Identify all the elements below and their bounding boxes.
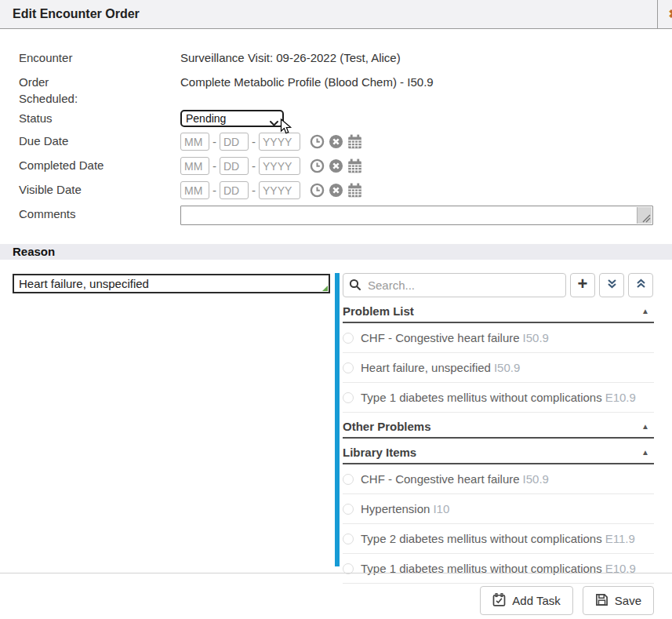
date-separator: - xyxy=(212,135,216,148)
item-code: I50.9 xyxy=(523,472,549,486)
group-title: Library Items xyxy=(343,446,416,459)
reason-text-input[interactable]: Heart failure, unspecified xyxy=(13,274,330,293)
due-date-day-input[interactable] xyxy=(220,133,249,151)
radio-button[interactable] xyxy=(343,504,354,515)
item-label: CHF - Congestive heart failureI50.9 xyxy=(361,472,549,486)
comments-label: Comments xyxy=(19,206,180,220)
status-select[interactable]: Pending xyxy=(180,110,284,127)
completed-date-year-input[interactable] xyxy=(259,157,300,175)
completed-date-month-input[interactable] xyxy=(180,157,209,175)
save-label: Save xyxy=(615,594,641,607)
visible-date-year-input[interactable] xyxy=(259,181,300,199)
item-code: I50.9 xyxy=(523,331,549,344)
scheduled-label: Scheduled: xyxy=(19,90,180,105)
clear-date-icon[interactable] xyxy=(329,158,343,173)
radio-button[interactable] xyxy=(343,333,354,344)
reason-picker-pane: + Problem List ▲ CHF - Congestive heart … xyxy=(343,273,654,584)
due-date-label: Due Date xyxy=(19,133,180,147)
comments-row: Comments xyxy=(19,206,653,225)
visible-date-day-input[interactable] xyxy=(220,181,249,199)
collapse-all-button[interactable] xyxy=(628,273,653,297)
visible-date-label: Visible Date xyxy=(19,181,180,196)
order-form: Encounter Surveillance Visit: 09-26-2022… xyxy=(0,30,672,225)
footer: Add Task Save xyxy=(480,586,654,615)
collapse-arrow-icon: ▲ xyxy=(641,307,652,315)
close-icon: ✖ xyxy=(668,7,672,21)
encounter-row: Encounter Surveillance Visit: 09-26-2022… xyxy=(19,49,653,64)
group-title: Problem List xyxy=(343,304,414,318)
group-header-library-items[interactable]: Library Items ▲ xyxy=(343,439,654,464)
item-label: Type 1 diabetes mellitus without complic… xyxy=(361,391,636,404)
add-task-button[interactable]: Add Task xyxy=(480,586,572,615)
completed-date-label: Completed Date xyxy=(19,157,180,172)
calendar-check-icon xyxy=(492,593,506,609)
save-icon xyxy=(595,593,608,609)
list-item[interactable]: Type 2 diabetes mellitus without complic… xyxy=(343,524,654,554)
time-icon[interactable] xyxy=(310,134,325,149)
item-code: I10 xyxy=(433,502,449,515)
list-item[interactable]: CHF - Congestive heart failureI50.9 xyxy=(343,464,654,494)
radio-button[interactable] xyxy=(343,392,354,403)
scheduled-row: Scheduled: xyxy=(19,90,653,107)
reason-section-title: Reason xyxy=(13,245,55,258)
visible-date-row: Visible Date - - xyxy=(19,181,653,199)
item-label: HypertensionI10 xyxy=(361,502,449,515)
calendar-icon[interactable] xyxy=(347,134,362,149)
list-item[interactable]: Heart failure, unspecifiedI50.9 xyxy=(343,353,654,383)
group-header-other-problems[interactable]: Other Problems ▲ xyxy=(343,413,654,439)
item-label: Type 2 diabetes mellitus without complic… xyxy=(361,532,635,545)
expand-all-button[interactable] xyxy=(599,273,624,297)
search-input[interactable] xyxy=(343,273,566,297)
edit-encounter-order-dialog: Edit Encounter Order ✖ Encounter Surveil… xyxy=(0,0,672,619)
close-button[interactable]: ✖ xyxy=(657,0,672,28)
double-chevron-down-icon xyxy=(606,279,618,293)
due-date-year-input[interactable] xyxy=(259,133,300,151)
time-icon[interactable] xyxy=(310,183,325,198)
time-icon[interactable] xyxy=(310,158,325,173)
clear-date-icon[interactable] xyxy=(329,134,343,149)
calendar-icon[interactable] xyxy=(347,183,362,198)
add-reason-button[interactable]: + xyxy=(570,273,595,297)
status-selected-value: Pending xyxy=(186,111,226,126)
item-code: I50.9 xyxy=(494,361,520,374)
list-item[interactable]: HypertensionI10 xyxy=(343,494,654,524)
radio-button[interactable] xyxy=(343,533,354,544)
status-row: Status Pending xyxy=(19,110,653,127)
item-label: CHF - Congestive heart failureI50.9 xyxy=(361,331,549,344)
clear-date-icon[interactable] xyxy=(329,183,343,198)
due-date-month-input[interactable] xyxy=(180,133,209,151)
radio-button[interactable] xyxy=(343,474,354,485)
resize-grip-icon xyxy=(322,286,328,291)
order-row: Order Complete Metabolic Profile (Blood … xyxy=(19,74,653,89)
add-task-label: Add Task xyxy=(512,594,560,607)
completed-date-row: Completed Date - - xyxy=(19,157,653,175)
dialog-header: Edit Encounter Order ✖ xyxy=(0,0,672,29)
list-item[interactable]: Type 1 diabetes mellitus without complic… xyxy=(343,383,654,413)
radio-button[interactable] xyxy=(343,362,354,373)
list-item[interactable]: Type 1 diabetes mellitus without complic… xyxy=(343,554,654,584)
group-header-problem-list[interactable]: Problem List ▲ xyxy=(343,297,654,323)
search-icon xyxy=(349,279,361,294)
pane-divider xyxy=(335,273,340,566)
visible-date-month-input[interactable] xyxy=(180,181,209,199)
dialog-title: Edit Encounter Order xyxy=(13,0,140,28)
encounter-value: Surveillance Visit: 09-26-2022 (Test, Al… xyxy=(180,49,401,64)
group-title: Other Problems xyxy=(343,420,431,433)
double-chevron-up-icon xyxy=(635,279,647,293)
item-code: E11.9 xyxy=(605,532,635,545)
item-label: Heart failure, unspecifiedI50.9 xyxy=(361,361,520,374)
comments-input[interactable] xyxy=(180,206,653,225)
resize-grip-icon[interactable] xyxy=(637,207,652,224)
encounter-label: Encounter xyxy=(19,49,180,64)
order-label: Order xyxy=(19,74,180,89)
calendar-icon[interactable] xyxy=(347,158,362,173)
status-label: Status xyxy=(19,110,180,125)
order-value: Complete Metabolic Profile (Blood Chem) … xyxy=(180,74,434,89)
item-code: E10.9 xyxy=(605,391,636,404)
due-date-row: Due Date - - xyxy=(19,133,653,151)
save-button[interactable]: Save xyxy=(583,586,654,615)
chevron-down-icon xyxy=(270,115,278,129)
collapse-arrow-icon: ▲ xyxy=(641,448,652,457)
completed-date-day-input[interactable] xyxy=(220,157,249,175)
list-item[interactable]: CHF - Congestive heart failureI50.9 xyxy=(343,323,654,353)
